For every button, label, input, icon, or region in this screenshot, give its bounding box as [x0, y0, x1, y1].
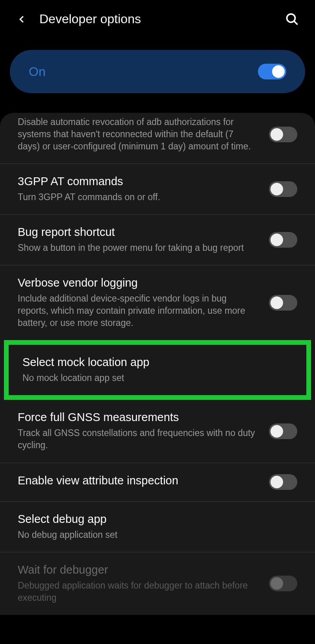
toggle-thumb — [271, 234, 283, 246]
highlight-box: Select mock location app No mock locatio… — [4, 340, 311, 400]
toggle-switch[interactable] — [269, 423, 297, 439]
toggle-switch[interactable] — [269, 295, 297, 311]
setting-title: Select mock location app — [22, 356, 293, 369]
setting-subtitle: No debug application set — [18, 529, 297, 541]
setting-select-debug[interactable]: Select debug app No debug application se… — [0, 502, 315, 552]
main-developer-toggle[interactable]: On — [10, 50, 305, 93]
setting-title: Verbose vendor logging — [18, 276, 257, 289]
setting-title: Force full GNSS measurements — [18, 411, 257, 424]
search-button[interactable] — [285, 12, 299, 26]
setting-text: Select mock location app No mock locatio… — [22, 356, 293, 384]
setting-text: Wait for debugger Debugged application w… — [18, 563, 257, 604]
setting-text: Bug report shortcut Show a button in the… — [18, 226, 257, 254]
setting-title: 3GPP AT commands — [18, 175, 257, 188]
toggle-switch[interactable] — [269, 474, 297, 490]
setting-3gpp-at[interactable]: 3GPP AT commands Turn 3GPP AT commands o… — [0, 164, 315, 215]
toggle-thumb — [271, 296, 283, 309]
back-button[interactable] — [16, 13, 28, 25]
setting-subtitle: Show a button in the power menu for taki… — [18, 242, 257, 254]
main-toggle-label: On — [29, 64, 46, 79]
setting-text: Enable view attribute inspection — [18, 474, 257, 490]
setting-text: Disable automatic revocation of adb auth… — [18, 116, 257, 153]
setting-subtitle: Debugged application waits for debugger … — [18, 580, 257, 604]
svg-line-1 — [294, 21, 298, 24]
setting-wait-debugger: Wait for debugger Debugged application w… — [0, 552, 315, 615]
setting-text: Select debug app No debug application se… — [18, 513, 297, 541]
header: Developer options — [0, 0, 315, 38]
setting-text: Force full GNSS measurements Track all G… — [18, 411, 257, 451]
setting-title: Select debug app — [18, 513, 297, 526]
toggle-thumb — [271, 183, 283, 195]
setting-subtitle: No mock location app set — [22, 372, 293, 384]
setting-subtitle: Track all GNSS constellations and freque… — [18, 427, 257, 451]
toggle-thumb — [272, 65, 285, 78]
setting-subtitle: Turn 3GPP AT commands on or off. — [18, 191, 257, 203]
chevron-left-icon — [16, 13, 28, 25]
toggle-switch[interactable] — [269, 181, 297, 197]
toggle-switch[interactable] — [269, 232, 297, 248]
setting-bug-report-shortcut[interactable]: Bug report shortcut Show a button in the… — [0, 215, 315, 265]
setting-text: 3GPP AT commands Turn 3GPP AT commands o… — [18, 175, 257, 203]
setting-title: Wait for debugger — [18, 563, 257, 576]
setting-mock-location[interactable]: Select mock location app No mock locatio… — [9, 345, 306, 395]
toggle-switch[interactable] — [269, 127, 297, 142]
toggle-thumb — [271, 425, 283, 438]
main-toggle-switch[interactable] — [258, 64, 286, 79]
toggle-thumb — [271, 128, 283, 141]
search-icon — [285, 12, 299, 26]
toggle-switch — [269, 576, 297, 591]
toggle-thumb — [271, 577, 283, 590]
setting-subtitle: Include additional device-specific vendo… — [18, 293, 257, 329]
setting-verbose-vendor[interactable]: Verbose vendor logging Include additiona… — [0, 265, 315, 340]
toggle-thumb — [271, 476, 283, 488]
setting-title: Bug report shortcut — [18, 226, 257, 239]
page-title: Developer options — [39, 12, 273, 26]
setting-title: Enable view attribute inspection — [18, 474, 257, 487]
setting-view-attribute[interactable]: Enable view attribute inspection — [0, 463, 315, 502]
svg-point-0 — [287, 14, 295, 22]
setting-text: Verbose vendor logging Include additiona… — [18, 276, 257, 329]
setting-adb-revocation[interactable]: Disable automatic revocation of adb auth… — [0, 113, 315, 164]
setting-subtitle: Disable automatic revocation of adb auth… — [18, 116, 257, 153]
settings-list: Disable automatic revocation of adb auth… — [0, 113, 315, 615]
setting-force-gnss[interactable]: Force full GNSS measurements Track all G… — [0, 400, 315, 463]
